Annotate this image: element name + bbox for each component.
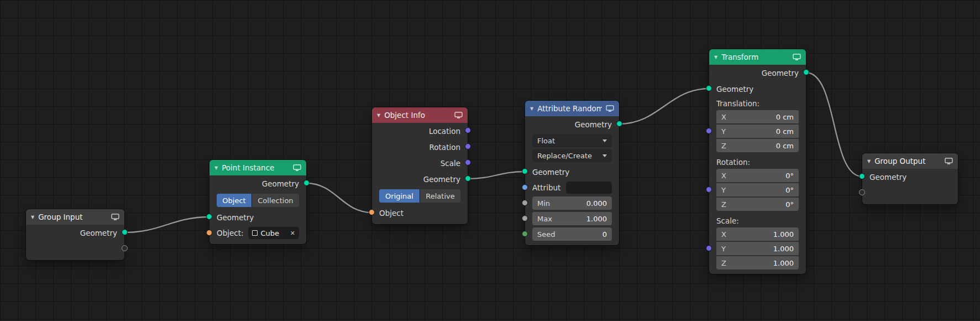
socket-geometry-input[interactable] xyxy=(859,173,865,179)
collapse-icon[interactable]: ▼ xyxy=(714,55,717,60)
collapse-icon[interactable]: ▼ xyxy=(530,106,533,111)
socket-min-input[interactable] xyxy=(522,200,528,206)
wire-group-input-to-point-instance xyxy=(124,217,209,232)
chevron-down-icon xyxy=(602,139,607,142)
max-label: Max xyxy=(537,215,552,223)
node-point-instance[interactable]: ▼ Point Instance Geometry Object Collect… xyxy=(209,160,306,244)
rotation-z-field[interactable]: Z 0° xyxy=(716,198,799,211)
socket-geometry-input[interactable] xyxy=(522,168,528,174)
node-group-output[interactable]: ▼ Group Output Geometry xyxy=(862,153,958,204)
output-row-geometry: Geometry xyxy=(209,175,306,191)
socket-scale-output[interactable] xyxy=(465,159,471,165)
rotation-y-field[interactable]: Y 0° xyxy=(716,183,799,196)
socket-object-input[interactable] xyxy=(206,230,212,236)
max-value: 1.000 xyxy=(586,215,607,223)
input-row-seed: Seed 0 xyxy=(525,226,619,242)
node-object-info[interactable]: ▼ Object Info Location Rotation Scale Ge… xyxy=(372,107,468,224)
transform-space-toggle: Original Relative xyxy=(379,189,460,203)
wire-transform-to-group-output xyxy=(806,73,862,177)
rotation-label: Rotation: xyxy=(709,156,806,169)
socket-label: Geometry xyxy=(575,120,612,129)
node-header[interactable]: ▼ Object Info xyxy=(372,107,468,123)
socket-max-input[interactable] xyxy=(522,215,528,221)
translation-z-field[interactable]: Z 0 cm xyxy=(716,139,799,152)
collection-toggle-button[interactable]: Collection xyxy=(251,194,299,207)
object-field-label: Object: xyxy=(217,229,244,237)
axis-value: 0 cm xyxy=(776,142,794,150)
node-header[interactable]: ▼ Group Input xyxy=(26,209,124,225)
socket-scale-input[interactable] xyxy=(706,245,712,251)
rotation-vector-input: X 0° Y 0° Z 0° xyxy=(716,169,799,211)
socket-translation-input[interactable] xyxy=(706,128,712,134)
relative-toggle-button[interactable]: Relative xyxy=(420,189,460,203)
socket-label: Geometry xyxy=(262,179,299,188)
attribute-text-field[interactable] xyxy=(566,182,612,194)
node-header[interactable]: ▼ Attribute Randomi.. xyxy=(525,101,619,116)
scale-z-field[interactable]: Z 1.000 xyxy=(716,256,799,270)
node-group-input[interactable]: ▼ Group Input Geometry xyxy=(26,209,124,260)
translation-y-field[interactable]: Y 0 cm xyxy=(716,125,799,138)
close-icon[interactable]: ✕ xyxy=(290,230,295,237)
axis-value: 0 cm xyxy=(776,113,794,121)
display-icon xyxy=(111,214,119,220)
socket-attribute-input[interactable] xyxy=(522,184,528,190)
socket-rotation-output[interactable] xyxy=(465,143,471,149)
chevron-down-icon xyxy=(602,154,607,157)
scale-x-field[interactable]: X 1.000 xyxy=(716,227,799,241)
socket-label: Geometry xyxy=(217,213,254,222)
axis-label: Y xyxy=(721,245,726,253)
collapse-icon[interactable]: ▼ xyxy=(377,113,380,118)
socket-geometry-output[interactable] xyxy=(616,121,622,127)
socket-geometry-input[interactable] xyxy=(706,85,712,91)
node-attribute-randomize[interactable]: ▼ Attribute Randomi.. Geometry Float Rep… xyxy=(525,101,619,245)
original-toggle-button[interactable]: Original xyxy=(379,189,420,203)
data-type-dropdown[interactable]: Float xyxy=(532,134,612,147)
display-icon xyxy=(293,164,301,171)
rotation-x-field[interactable]: X 0° xyxy=(716,169,799,182)
wire-attribute-randomize-to-transform xyxy=(619,89,709,124)
scale-y-field[interactable]: Y 1.000 xyxy=(716,242,799,255)
output-row-geometry: Geometry xyxy=(709,65,806,81)
object-picker-field[interactable]: Cube ✕ xyxy=(248,227,299,239)
axis-value: 0° xyxy=(785,186,794,194)
collapse-icon[interactable]: ▼ xyxy=(214,165,218,170)
socket-seed-input[interactable] xyxy=(522,231,528,237)
socket-virtual-output[interactable] xyxy=(122,245,128,251)
socket-label: Object xyxy=(379,209,403,218)
socket-geometry-output[interactable] xyxy=(303,180,310,186)
node-title: Transform xyxy=(721,53,789,61)
node-transform[interactable]: ▼ Transform Geometry Geometry Translatio… xyxy=(709,49,806,274)
node-wires xyxy=(0,0,980,321)
min-number-field[interactable]: Min 0.000 xyxy=(532,196,612,210)
collapse-icon[interactable]: ▼ xyxy=(31,215,34,220)
socket-object-input[interactable] xyxy=(369,209,375,215)
translation-label: Translation: xyxy=(709,97,806,110)
node-header[interactable]: ▼ Point Instance xyxy=(209,160,306,175)
node-editor-canvas[interactable]: ▼ Group Input Geometry ▼ Point Instance … xyxy=(0,0,980,321)
socket-geometry-output[interactable] xyxy=(122,229,128,235)
socket-label: Geometry xyxy=(532,168,569,177)
socket-geometry-output[interactable] xyxy=(465,175,471,182)
operation-dropdown[interactable]: Replace/Create xyxy=(532,149,612,162)
socket-label: Geometry xyxy=(762,69,799,77)
axis-label: Z xyxy=(721,259,726,267)
seed-label: Seed xyxy=(537,230,555,239)
node-header[interactable]: ▼ Transform xyxy=(709,49,806,65)
scale-vector-input: X 1.000 Y 1.000 Z 1.000 xyxy=(716,227,799,270)
object-toggle-button[interactable]: Object xyxy=(217,194,251,207)
socket-geometry-output[interactable] xyxy=(803,69,809,75)
translation-x-field[interactable]: X 0 cm xyxy=(716,110,799,123)
socket-virtual-input[interactable] xyxy=(859,189,865,195)
node-header[interactable]: ▼ Group Output xyxy=(862,153,958,169)
socket-location-output[interactable] xyxy=(465,127,471,133)
seed-number-field[interactable]: Seed 0 xyxy=(532,227,612,241)
input-row-geometry: Geometry xyxy=(525,164,619,180)
wire-object-info-to-attribute-randomize xyxy=(468,172,525,179)
axis-label: X xyxy=(721,230,726,239)
socket-geometry-input[interactable] xyxy=(206,214,212,220)
max-number-field[interactable]: Max 1.000 xyxy=(532,212,612,225)
socket-rotation-input[interactable] xyxy=(706,187,712,193)
wire-point-instance-to-object-info xyxy=(306,183,372,213)
collapse-icon[interactable]: ▼ xyxy=(867,159,871,164)
min-label: Min xyxy=(537,199,550,208)
